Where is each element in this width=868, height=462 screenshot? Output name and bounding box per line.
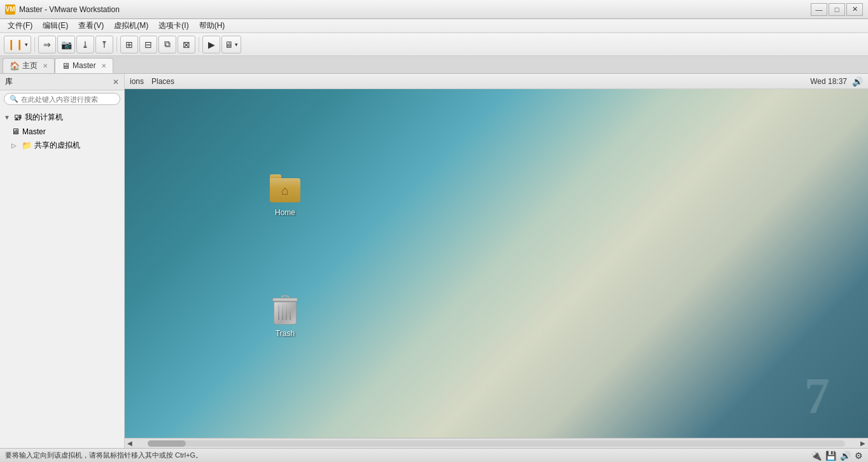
vm-clock: Wed 18:37 xyxy=(810,77,847,86)
tree-item-label: Master xyxy=(22,127,46,136)
home-tab-icon: 🏠 xyxy=(10,61,20,71)
tree-expand-icon: ▼ xyxy=(4,114,11,121)
status-text: 要将输入定向到该虚拟机，请将鼠标指针移入其中或按 Ctrl+G。 xyxy=(5,451,202,460)
send-key-button[interactable]: ⇒ xyxy=(38,36,56,53)
scroll-left-button[interactable]: ◀ xyxy=(125,438,135,449)
menu-help[interactable]: 帮助(H) xyxy=(194,19,230,32)
master-tab-label: Master xyxy=(73,61,96,70)
scrollbar-track[interactable] xyxy=(148,440,845,447)
sidebar: 库 ✕ 🔍 ▼ 🖳 我的计算机 🖥 Master ▷ 📁 共享的虚拟机 xyxy=(0,74,125,448)
menu-bar: 文件(F) 编辑(E) 查看(V) 虚拟机(M) 选项卡(I) 帮助(H) xyxy=(0,19,868,33)
sidebar-search-box[interactable]: 🔍 xyxy=(4,93,120,105)
tab-bar: 🏠 主页 ✕ 🖥 Master ✕ xyxy=(0,56,868,74)
usb-icon[interactable]: 💾 xyxy=(825,451,836,461)
trash-icon-label: Trash xyxy=(273,328,297,339)
vmware-icon: VM xyxy=(5,4,15,15)
vm-display[interactable]: ⌂ Home xyxy=(125,89,868,438)
settings-icon[interactable]: ⚙ xyxy=(855,451,863,461)
tab-master[interactable]: 🖥 Master ✕ xyxy=(55,58,113,73)
tab-home[interactable]: 🏠 主页 ✕ xyxy=(3,58,55,73)
window-controls: — □ ✕ xyxy=(811,3,863,16)
shared-icon: 📁 xyxy=(22,141,32,150)
menu-edit[interactable]: 编辑(E) xyxy=(38,19,73,32)
vm-topbar-left: ions Places xyxy=(130,77,174,86)
status-bar: 要将输入定向到该虚拟机，请将鼠标指针移入其中或按 Ctrl+G。 🔌 💾 🔊 ⚙ xyxy=(0,448,868,462)
display-button[interactable]: 🖥 ▾ xyxy=(221,36,241,53)
menu-tabs[interactable]: 选项卡(I) xyxy=(153,19,193,32)
restore-snapshot-button[interactable]: ⤒ xyxy=(95,36,113,53)
window-title: Master - VMware Workstation xyxy=(19,5,120,14)
network-icon[interactable]: 🔌 xyxy=(811,451,822,461)
search-icon: 🔍 xyxy=(10,95,18,103)
home-tab-label: 主页 xyxy=(22,60,38,71)
master-tab-close[interactable]: ✕ xyxy=(101,62,106,69)
run-icon: ▶ xyxy=(208,39,215,50)
send-key-icon: ⇒ xyxy=(43,39,51,50)
view-stretch-button[interactable]: ⊠ xyxy=(178,36,195,53)
tree-item-my-computer[interactable]: ▼ 🖳 我的计算机 xyxy=(0,110,124,125)
display-dropdown-icon: ▾ xyxy=(235,41,238,48)
title-bar: VM Master - VMware Workstation — □ ✕ xyxy=(0,0,868,19)
sidebar-title: 库 xyxy=(5,76,13,87)
vm-scrollbar: ◀ ▶ xyxy=(125,438,868,448)
master-tab-icon: 🖥 xyxy=(62,61,70,71)
status-bar-right: 🔌 💾 🔊 ⚙ xyxy=(811,451,863,461)
scrollbar-thumb[interactable] xyxy=(148,440,186,447)
sound-icon: 🔊 xyxy=(852,76,863,87)
vm-topbar: ions Places Wed 18:37 🔊 xyxy=(125,74,868,89)
maximize-button[interactable]: □ xyxy=(829,3,845,16)
tree-item-shared-vms[interactable]: ▷ 📁 共享的虚拟机 xyxy=(0,138,124,153)
toolbar-separator-2 xyxy=(116,37,117,52)
sidebar-tree: ▼ 🖳 我的计算机 🖥 Master ▷ 📁 共享的虚拟机 xyxy=(0,108,124,448)
menu-view[interactable]: 查看(V) xyxy=(73,19,109,32)
scroll-right-button[interactable]: ▶ xyxy=(858,438,868,449)
audio-icon[interactable]: 🔊 xyxy=(840,451,851,461)
vm-topbar-right: Wed 18:37 🔊 xyxy=(810,76,863,87)
tree-item-label: 共享的虚拟机 xyxy=(34,140,80,151)
home-icon-label: Home xyxy=(272,207,298,218)
menu-vm[interactable]: 虚拟机(M) xyxy=(109,19,153,32)
snapshot-button[interactable]: ⤓ xyxy=(76,36,94,53)
screenshot-icon: 📷 xyxy=(61,39,72,50)
os-watermark: 7 xyxy=(804,367,830,425)
desktop-icon-home[interactable]: ⌂ Home xyxy=(260,172,311,220)
vm-places-menu[interactable]: Places xyxy=(151,77,174,86)
toolbar-separator-3 xyxy=(199,37,199,52)
view-stretch-icon: ⊠ xyxy=(183,39,190,50)
view-full-button[interactable]: ⊞ xyxy=(120,36,138,53)
minimize-button[interactable]: — xyxy=(811,3,827,16)
tree-expand-icon: ▷ xyxy=(11,142,19,149)
close-button[interactable]: ✕ xyxy=(846,3,863,16)
snapshot-icon: ⤓ xyxy=(81,39,89,50)
vm-icon: 🖥 xyxy=(11,127,20,136)
run-button[interactable]: ▶ xyxy=(202,36,220,53)
tree-item-label: 我的计算机 xyxy=(25,112,63,123)
sidebar-header: 库 ✕ xyxy=(0,74,124,90)
home-tab-close[interactable]: ✕ xyxy=(43,62,48,69)
toolbar-separator-1 xyxy=(34,37,35,52)
main-layout: 库 ✕ 🔍 ▼ 🖳 我的计算机 🖥 Master ▷ 📁 共享的虚拟机 xyxy=(0,74,868,448)
sidebar-close-icon[interactable]: ✕ xyxy=(113,78,119,87)
pause-icon: ❙❙ xyxy=(7,38,24,50)
view-tile-button[interactable]: ⧉ xyxy=(158,36,176,53)
screenshot-button[interactable]: 📷 xyxy=(57,36,75,53)
trash-can-icon xyxy=(270,295,300,326)
view-split-button[interactable]: ⊟ xyxy=(139,36,157,53)
pause-button[interactable]: ❙❙ ▾ xyxy=(4,36,31,53)
view-split-icon: ⊟ xyxy=(144,39,152,50)
computer-icon: 🖳 xyxy=(14,113,22,122)
pause-dropdown-icon: ▾ xyxy=(25,41,28,48)
view-full-icon: ⊞ xyxy=(125,39,133,50)
menu-file[interactable]: 文件(F) xyxy=(3,19,38,32)
desktop-icon-trash[interactable]: Trash xyxy=(260,293,311,341)
home-folder-icon: ⌂ xyxy=(270,174,300,205)
title-bar-left: VM Master - VMware Workstation xyxy=(5,4,120,15)
restore-icon: ⤒ xyxy=(101,39,108,50)
vm-area: ions Places Wed 18:37 🔊 ⌂ Home xyxy=(125,74,868,448)
view-tile-icon: ⧉ xyxy=(164,39,171,50)
toolbar: ❙❙ ▾ ⇒ 📷 ⤓ ⤒ ⊞ ⊟ ⧉ ⊠ ▶ 🖥 ▾ xyxy=(0,33,868,56)
display-icon: 🖥 xyxy=(225,39,234,50)
vm-apps-menu[interactable]: ions xyxy=(130,77,144,86)
tree-item-master[interactable]: 🖥 Master xyxy=(0,125,124,138)
search-input[interactable] xyxy=(21,95,115,103)
